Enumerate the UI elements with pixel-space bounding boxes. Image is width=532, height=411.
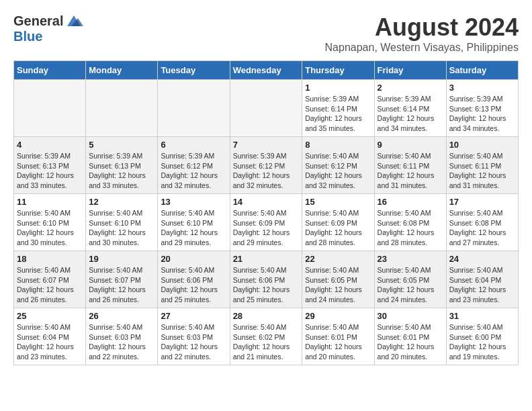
calendar-cell: 20Sunrise: 5:40 AM Sunset: 6:06 PM Dayli… xyxy=(158,251,230,308)
day-header-sunday: Sunday xyxy=(14,61,86,80)
calendar-cell: 30Sunrise: 5:40 AM Sunset: 6:01 PM Dayli… xyxy=(374,308,446,365)
day-info: Sunrise: 5:40 AM Sunset: 6:07 PM Dayligh… xyxy=(89,265,154,305)
day-number: 18 xyxy=(17,254,83,264)
calendar-cell: 14Sunrise: 5:40 AM Sunset: 6:09 PM Dayli… xyxy=(230,194,302,251)
calendar-cell: 18Sunrise: 5:40 AM Sunset: 6:07 PM Dayli… xyxy=(14,251,86,308)
calendar-cell: 19Sunrise: 5:40 AM Sunset: 6:07 PM Dayli… xyxy=(86,251,158,308)
calendar-cell xyxy=(14,80,86,137)
day-number: 19 xyxy=(89,254,154,264)
month-title: August 2024 xyxy=(325,13,519,42)
calendar-table: SundayMondayTuesdayWednesdayThursdayFrid… xyxy=(13,60,519,365)
day-number: 30 xyxy=(378,311,443,321)
day-info: Sunrise: 5:40 AM Sunset: 6:06 PM Dayligh… xyxy=(161,265,226,305)
day-info: Sunrise: 5:40 AM Sunset: 6:00 PM Dayligh… xyxy=(449,322,515,362)
day-info: Sunrise: 5:40 AM Sunset: 6:07 PM Dayligh… xyxy=(17,265,83,305)
day-info: Sunrise: 5:40 AM Sunset: 6:05 PM Dayligh… xyxy=(378,265,443,305)
day-number: 28 xyxy=(233,311,300,321)
day-info: Sunrise: 5:40 AM Sunset: 6:01 PM Dayligh… xyxy=(305,322,371,362)
logo-blue: Blue xyxy=(13,29,42,44)
day-info: Sunrise: 5:39 AM Sunset: 6:14 PM Dayligh… xyxy=(378,94,443,134)
calendar-cell: 7Sunrise: 5:39 AM Sunset: 6:12 PM Daylig… xyxy=(230,137,302,194)
week-row-1: 1Sunrise: 5:39 AM Sunset: 6:14 PM Daylig… xyxy=(14,80,519,137)
day-info: Sunrise: 5:39 AM Sunset: 6:13 PM Dayligh… xyxy=(89,151,154,191)
day-number: 4 xyxy=(17,140,83,150)
day-info: Sunrise: 5:40 AM Sunset: 6:11 PM Dayligh… xyxy=(378,151,443,191)
calendar-cell: 26Sunrise: 5:40 AM Sunset: 6:03 PM Dayli… xyxy=(86,308,158,365)
calendar-header-row: SundayMondayTuesdayWednesdayThursdayFrid… xyxy=(14,61,519,80)
day-number: 8 xyxy=(305,140,371,150)
week-row-2: 4Sunrise: 5:39 AM Sunset: 6:13 PM Daylig… xyxy=(14,137,519,194)
calendar-cell: 10Sunrise: 5:40 AM Sunset: 6:11 PM Dayli… xyxy=(446,137,518,194)
day-number: 2 xyxy=(378,83,443,93)
calendar-cell: 2Sunrise: 5:39 AM Sunset: 6:14 PM Daylig… xyxy=(374,80,446,137)
day-number: 23 xyxy=(378,254,443,264)
week-row-4: 18Sunrise: 5:40 AM Sunset: 6:07 PM Dayli… xyxy=(14,251,519,308)
logo: General Blue xyxy=(13,13,83,44)
day-info: Sunrise: 5:39 AM Sunset: 6:13 PM Dayligh… xyxy=(449,94,515,134)
day-info: Sunrise: 5:40 AM Sunset: 6:10 PM Dayligh… xyxy=(17,208,83,248)
calendar-cell: 12Sunrise: 5:40 AM Sunset: 6:10 PM Dayli… xyxy=(86,194,158,251)
day-number: 17 xyxy=(449,197,515,207)
day-number: 21 xyxy=(233,254,300,264)
calendar-cell: 5Sunrise: 5:39 AM Sunset: 6:13 PM Daylig… xyxy=(86,137,158,194)
day-info: Sunrise: 5:40 AM Sunset: 6:06 PM Dayligh… xyxy=(233,265,300,305)
day-header-saturday: Saturday xyxy=(446,61,518,80)
day-info: Sunrise: 5:39 AM Sunset: 6:14 PM Dayligh… xyxy=(305,94,371,134)
calendar-cell: 17Sunrise: 5:40 AM Sunset: 6:08 PM Dayli… xyxy=(446,194,518,251)
calendar-cell: 11Sunrise: 5:40 AM Sunset: 6:10 PM Dayli… xyxy=(14,194,86,251)
day-number: 13 xyxy=(161,197,226,207)
calendar-cell xyxy=(158,80,230,137)
calendar-cell: 29Sunrise: 5:40 AM Sunset: 6:01 PM Dayli… xyxy=(302,308,374,365)
calendar-cell xyxy=(230,80,302,137)
day-header-monday: Monday xyxy=(86,61,158,80)
day-number: 15 xyxy=(305,197,371,207)
day-number: 10 xyxy=(449,140,515,150)
calendar-cell: 9Sunrise: 5:40 AM Sunset: 6:11 PM Daylig… xyxy=(374,137,446,194)
day-info: Sunrise: 5:40 AM Sunset: 6:04 PM Dayligh… xyxy=(449,265,515,305)
day-number: 7 xyxy=(233,140,300,150)
day-info: Sunrise: 5:40 AM Sunset: 6:08 PM Dayligh… xyxy=(378,208,443,248)
day-header-wednesday: Wednesday xyxy=(230,61,302,80)
calendar-cell: 16Sunrise: 5:40 AM Sunset: 6:08 PM Dayli… xyxy=(374,194,446,251)
day-info: Sunrise: 5:40 AM Sunset: 6:08 PM Dayligh… xyxy=(449,208,515,248)
day-number: 12 xyxy=(89,197,154,207)
week-row-3: 11Sunrise: 5:40 AM Sunset: 6:10 PM Dayli… xyxy=(14,194,519,251)
calendar-cell: 6Sunrise: 5:39 AM Sunset: 6:12 PM Daylig… xyxy=(158,137,230,194)
day-header-friday: Friday xyxy=(374,61,446,80)
week-row-5: 25Sunrise: 5:40 AM Sunset: 6:04 PM Dayli… xyxy=(14,308,519,365)
day-info: Sunrise: 5:40 AM Sunset: 6:12 PM Dayligh… xyxy=(305,151,371,191)
day-number: 16 xyxy=(378,197,443,207)
day-number: 27 xyxy=(161,311,226,321)
day-info: Sunrise: 5:39 AM Sunset: 6:12 PM Dayligh… xyxy=(161,151,226,191)
day-info: Sunrise: 5:40 AM Sunset: 6:03 PM Dayligh… xyxy=(89,322,154,362)
day-number: 20 xyxy=(161,254,226,264)
day-info: Sunrise: 5:40 AM Sunset: 6:11 PM Dayligh… xyxy=(449,151,515,191)
calendar-cell: 1Sunrise: 5:39 AM Sunset: 6:14 PM Daylig… xyxy=(302,80,374,137)
calendar-cell: 15Sunrise: 5:40 AM Sunset: 6:09 PM Dayli… xyxy=(302,194,374,251)
day-info: Sunrise: 5:40 AM Sunset: 6:03 PM Dayligh… xyxy=(161,322,226,362)
day-number: 14 xyxy=(233,197,300,207)
calendar-cell: 28Sunrise: 5:40 AM Sunset: 6:02 PM Dayli… xyxy=(230,308,302,365)
day-info: Sunrise: 5:39 AM Sunset: 6:12 PM Dayligh… xyxy=(233,151,300,191)
day-number: 26 xyxy=(89,311,154,321)
day-info: Sunrise: 5:40 AM Sunset: 6:02 PM Dayligh… xyxy=(233,322,300,362)
logo-general: General xyxy=(13,13,63,29)
day-number: 29 xyxy=(305,311,371,321)
day-number: 24 xyxy=(449,254,515,264)
title-area: August 2024 Napnapan, Western Visayas, P… xyxy=(325,13,519,54)
calendar-cell: 13Sunrise: 5:40 AM Sunset: 6:10 PM Dayli… xyxy=(158,194,230,251)
day-number: 22 xyxy=(305,254,371,264)
location-title: Napnapan, Western Visayas, Philippines xyxy=(325,42,519,54)
day-number: 25 xyxy=(17,311,83,321)
calendar-cell: 24Sunrise: 5:40 AM Sunset: 6:04 PM Dayli… xyxy=(446,251,518,308)
calendar-cell: 3Sunrise: 5:39 AM Sunset: 6:13 PM Daylig… xyxy=(446,80,518,137)
calendar-cell: 27Sunrise: 5:40 AM Sunset: 6:03 PM Dayli… xyxy=(158,308,230,365)
day-info: Sunrise: 5:40 AM Sunset: 6:05 PM Dayligh… xyxy=(305,265,371,305)
day-number: 3 xyxy=(449,83,515,93)
calendar-cell: 31Sunrise: 5:40 AM Sunset: 6:00 PM Dayli… xyxy=(446,308,518,365)
day-number: 5 xyxy=(89,140,154,150)
day-info: Sunrise: 5:40 AM Sunset: 6:09 PM Dayligh… xyxy=(233,208,300,248)
logo-icon xyxy=(64,14,83,29)
day-info: Sunrise: 5:40 AM Sunset: 6:04 PM Dayligh… xyxy=(17,322,83,362)
calendar-cell: 25Sunrise: 5:40 AM Sunset: 6:04 PM Dayli… xyxy=(14,308,86,365)
